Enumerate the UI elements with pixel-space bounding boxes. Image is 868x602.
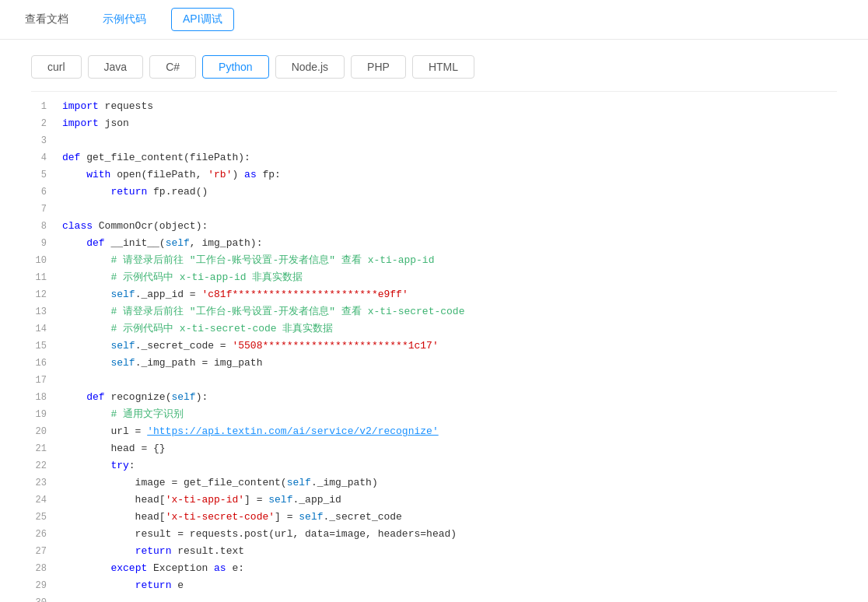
nav-docs[interactable]: 查看文档 bbox=[16, 8, 78, 31]
code-line: 21 head = {} bbox=[31, 440, 837, 457]
tab-curl[interactable]: curl bbox=[31, 55, 82, 79]
code-line: 25 head['x-ti-secret-code'] = self._secr… bbox=[31, 509, 837, 526]
code-line: 7 bbox=[31, 201, 837, 218]
code-line: 26 result = requests.post(url, data=imag… bbox=[31, 526, 837, 543]
code-container: 1 import requests 2 import json 3 4 def … bbox=[31, 91, 837, 602]
code-line: 13 # 请登录后前往 "工作台-账号设置-开发者信息" 查看 x-ti-sec… bbox=[31, 303, 837, 320]
code-line: 18 def recognize(self): bbox=[31, 389, 837, 406]
tab-python[interactable]: Python bbox=[202, 55, 269, 79]
code-line: 15 self._secret_code = '5508************… bbox=[31, 338, 837, 355]
code-line: 14 # 示例代码中 x-ti-secret-code 非真实数据 bbox=[31, 320, 837, 338]
tab-nodejs[interactable]: Node.js bbox=[275, 55, 345, 79]
tab-java[interactable]: Java bbox=[88, 55, 144, 79]
code-line: 30 bbox=[31, 594, 837, 602]
code-line: 29 return e bbox=[31, 577, 837, 594]
nav-example[interactable]: 示例代码 bbox=[93, 8, 156, 31]
top-nav: 查看文档 示例代码 API调试 bbox=[0, 0, 868, 40]
code-line: 1 import requests bbox=[31, 98, 837, 115]
code-line: 28 except Exception as e: bbox=[31, 560, 837, 577]
code-line: 2 import json bbox=[31, 115, 837, 132]
code-line: 16 self._img_path = img_path bbox=[31, 355, 837, 372]
code-line: 17 bbox=[31, 372, 837, 389]
code-line: 10 # 请登录后前往 "工作台-账号设置-开发者信息" 查看 x-ti-app… bbox=[31, 252, 837, 269]
tab-php[interactable]: PHP bbox=[351, 55, 406, 79]
code-line: 3 bbox=[31, 132, 837, 149]
code-line: 23 image = get_file_content(self._img_pa… bbox=[31, 474, 837, 492]
code-line: 27 return result.text bbox=[31, 543, 837, 560]
code-line: 6 return fp.read() bbox=[31, 184, 837, 201]
tab-html[interactable]: HTML bbox=[412, 55, 474, 79]
code-line: 9 def __init__(self, img_path): bbox=[31, 235, 837, 252]
code-block: 1 import requests 2 import json 3 4 def … bbox=[31, 92, 837, 602]
code-line: 11 # 示例代码中 x-ti-app-id 非真实数据 bbox=[31, 269, 837, 286]
code-line: 22 try: bbox=[31, 457, 837, 474]
tab-csharp[interactable]: C# bbox=[149, 55, 196, 79]
code-line: 4 def get_file_content(filePath): bbox=[31, 149, 837, 166]
nav-api-debug[interactable]: API调试 bbox=[171, 8, 234, 31]
code-line: 24 head['x-ti-app-id'] = self._app_id bbox=[31, 492, 837, 509]
code-line: 12 self._app_id = 'c81f*****************… bbox=[31, 286, 837, 303]
code-line: 20 url = 'https://api.textin.com/ai/serv… bbox=[31, 423, 837, 440]
code-line: 19 # 通用文字识别 bbox=[31, 406, 837, 423]
lang-tabs: curl Java C# Python Node.js PHP HTML bbox=[0, 40, 868, 91]
code-line: 8 class CommonOcr(object): bbox=[31, 218, 837, 235]
code-line: 5 with open(filePath, 'rb') as fp: bbox=[31, 166, 837, 184]
